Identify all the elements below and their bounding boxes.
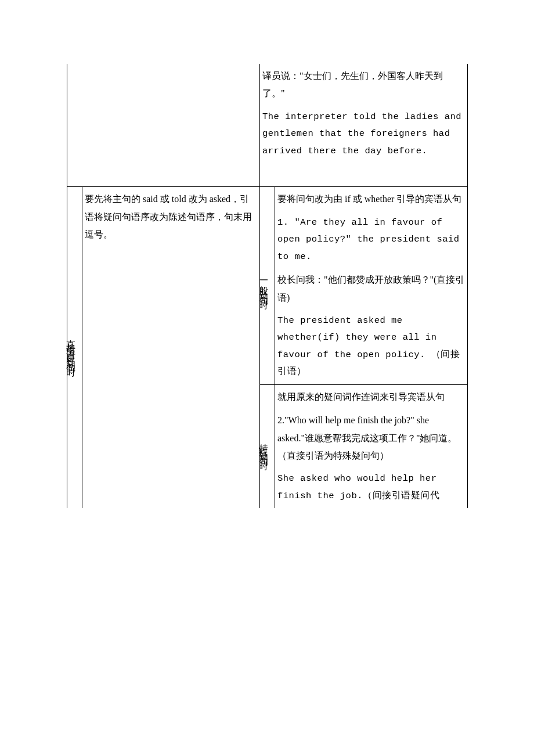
table-row: 直接引语是疑问句时 要先将主句的 said 或 told 改为 asked，引语…	[67, 187, 468, 384]
table-row: 译员说："女士们，先生们，外国客人昨天到了。" The interpreter …	[67, 64, 468, 187]
sub1-p2: 1. "Are they all in favour of open polic…	[277, 214, 465, 265]
grammar-table: 译员说："女士们，先生们，外国客人昨天到了。" The interpreter …	[67, 64, 468, 508]
row2-label: 直接引语是疑问句时	[67, 187, 82, 508]
cell-r1c4: 译员说："女士们，先生们，外国客人昨天到了。" The interpreter …	[260, 64, 468, 187]
sub1-p4: The president asked me whether(if) they …	[277, 312, 465, 381]
sub2-p1: 就用原来的疑问词作连词来引导宾语从句	[277, 388, 465, 406]
sub2-label-text: 特殊疑问句时	[255, 388, 272, 505]
sub1-label: 一般疑问句时	[260, 187, 275, 384]
sub2-label: 特殊疑问句时	[260, 384, 275, 508]
sub2-p2: 2."Who will help me finish the job?" she…	[277, 412, 465, 465]
row2-label-text: 直接引语是疑问句时	[62, 190, 80, 505]
sub2-content: 就用原来的疑问词作连词来引导宾语从句 2."Who will help me f…	[275, 384, 468, 508]
sub1-content: 要将问句改为由 if 或 whether 引导的宾语从句 1. "Are the…	[275, 187, 468, 384]
cell-r1c2	[82, 64, 260, 187]
page: 译员说："女士们，先生们，外国客人昨天到了。" The interpreter …	[0, 0, 534, 543]
cell-r1c1	[67, 64, 82, 187]
interpreter-zh: 译员说："女士们，先生们，外国客人昨天到了。"	[262, 67, 465, 103]
sub2-p3: She asked who would help her finish the …	[277, 470, 465, 505]
interpreter-en: The interpreter told the ladies and gent…	[262, 109, 465, 160]
sub1-label-text: 一般疑问句时	[255, 190, 272, 380]
row2-rule-text: 要先将主句的 said 或 told 改为 asked，引语将疑问句语序改为陈述…	[85, 190, 257, 243]
row2-rule: 要先将主句的 said 或 told 改为 asked，引语将疑问句语序改为陈述…	[82, 187, 260, 508]
sub1-p3: 校长问我："他们都赞成开放政策吗？"(直接引语)	[277, 271, 465, 307]
sub1-p1: 要将问句改为由 if 或 whether 引导的宾语从句	[277, 190, 465, 208]
